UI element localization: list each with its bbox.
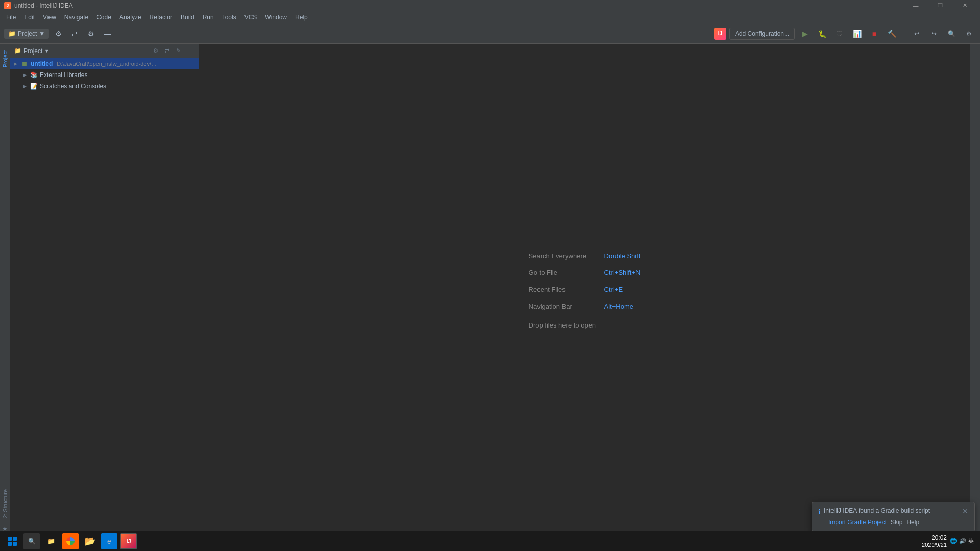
search-everywhere-icon[interactable]: 🔍: [944, 27, 959, 41]
hint-search-everywhere: Search Everywhere Double Shift: [529, 252, 641, 260]
network-icon[interactable]: 🌐: [950, 538, 957, 544]
expand-arrow-libs: ▶: [21, 72, 28, 78]
structure-tab-vertical[interactable]: 2: Structure: [1, 485, 9, 522]
menu-help[interactable]: Help: [291, 11, 312, 23]
sync-files-button[interactable]: ⚙: [151, 46, 161, 56]
project-panel: 📁 Project ▼ ⚙ ⇄ ✎ — ▶ ◼ untitled D:\Java…: [10, 44, 199, 537]
taskbar-time: 20:02: [932, 534, 947, 541]
gradle-actions: Import Gradle Project Skip Help: [818, 519, 968, 526]
settings-icon[interactable]: ⚙: [84, 27, 98, 41]
expand-icon[interactable]: ⇄: [67, 27, 82, 41]
taskbar-chrome-icon[interactable]: [62, 533, 79, 549]
toolbar-right: IJ Add Configuration... ▶ 🐛 🛡 📊 ■ 🔨 ↩ ↪ …: [714, 27, 976, 41]
title-bar: J untitled - IntelliJ IDEA — ❐ ✕: [0, 0, 980, 11]
gradle-notification-header: ℹ IntelliJ IDEA found a Gradle build scr…: [818, 507, 968, 516]
profile-button[interactable]: 📊: [850, 27, 864, 41]
project-panel-label: Project: [23, 47, 42, 55]
taskbar-file-explorer-icon[interactable]: 📁: [43, 533, 59, 549]
collapse-all-button[interactable]: ⇄: [162, 46, 172, 56]
toolbar: 📁 Project ▼ ⚙ ⇄ ⚙ — IJ Add Configuration…: [0, 23, 980, 44]
menu-run[interactable]: Run: [199, 11, 218, 23]
hint-recent-files: Recent Files Ctrl+E: [529, 286, 641, 293]
tree-item-external-libs[interactable]: ▶ 📚 External Libraries: [10, 69, 199, 81]
run-button[interactable]: ▶: [798, 27, 812, 41]
tree-item-root[interactable]: ▶ ◼ untitled D:\JavaCraft\open_nsfw_andr…: [10, 58, 199, 69]
project-label: Project: [18, 30, 37, 37]
start-button[interactable]: [4, 533, 20, 549]
menu-file[interactable]: File: [2, 11, 20, 23]
run-with-coverage-button[interactable]: 🛡: [832, 27, 847, 41]
window-title: untitled - IntelliJ IDEA: [14, 2, 73, 9]
menu-window[interactable]: Window: [261, 11, 291, 23]
redo-button[interactable]: ↪: [927, 27, 941, 41]
import-gradle-button[interactable]: Import Gradle Project: [828, 519, 887, 526]
system-tray: 🌐 🔊 英: [950, 537, 974, 545]
gradle-message-text: IntelliJ IDEA found a Gradle build scrip…: [824, 507, 930, 514]
menu-tools[interactable]: Tools: [218, 11, 240, 23]
left-sidebar-tabs: Project 2: Structure ★: [0, 44, 10, 537]
menu-edit[interactable]: Edit: [20, 11, 39, 23]
tree-item-scratches[interactable]: ▶ 📝 Scratches and Consoles: [10, 81, 199, 92]
title-bar-left: J untitled - IntelliJ IDEA: [4, 2, 73, 9]
info-icon: ℹ: [818, 508, 821, 516]
gradle-message: ℹ IntelliJ IDEA found a Gradle build scr…: [818, 507, 930, 516]
settings-toolbar-icon[interactable]: ⚙: [962, 27, 976, 41]
hint-label-recent: Recent Files: [529, 286, 600, 293]
project-tree[interactable]: ▶ ◼ untitled D:\JavaCraft\open_nsfw_andr…: [10, 58, 199, 533]
taskbar-clock: 20:02 2020/9/21: [922, 534, 947, 548]
left-sidebar-bottom: 2: Structure ★: [0, 485, 10, 535]
separator: [904, 28, 904, 40]
expand-arrow-scratches: ▶: [21, 83, 28, 89]
hint-goto-file: Go to File Ctrl+Shift+N: [529, 269, 641, 277]
windows-taskbar: 🔍 📁 📂 e IJ 20:02 2020/9/21 🌐 🔊 英: [0, 531, 980, 551]
gradle-notification: ℹ IntelliJ IDEA found a Gradle build scr…: [812, 502, 975, 532]
minimize-button[interactable]: —: [904, 0, 927, 11]
hint-shortcut-nav: Alt+Home: [604, 303, 633, 310]
scratches-icon: 📝: [30, 82, 38, 90]
taskbar-edge-icon[interactable]: e: [101, 533, 117, 549]
menu-navigate[interactable]: Navigate: [60, 11, 92, 23]
hint-shortcut-recent: Ctrl+E: [604, 286, 623, 293]
taskbar-folder-icon[interactable]: 📂: [82, 533, 98, 549]
menu-bar: File Edit View Navigate Code Analyze Ref…: [0, 11, 980, 23]
external-libs-label: External Libraries: [40, 71, 87, 79]
close-panel-icon[interactable]: —: [100, 27, 114, 41]
stop-button[interactable]: ■: [867, 27, 881, 41]
hint-label-nav: Navigation Bar: [529, 303, 600, 310]
close-button[interactable]: ✕: [953, 0, 976, 11]
external-libs-icon: 📚: [30, 71, 38, 79]
menu-refactor[interactable]: Refactor: [145, 11, 177, 23]
project-panel-header: 📁 Project ▼ ⚙ ⇄ ✎ —: [10, 44, 199, 58]
menu-analyze[interactable]: Analyze: [115, 11, 145, 23]
maximize-button[interactable]: ❐: [929, 0, 951, 11]
project-dropdown[interactable]: 📁 Project ▼: [4, 29, 49, 39]
root-project-name: untitled: [31, 60, 53, 67]
main-layout: Project 2: Structure ★ 📁 Project ▼ ⚙ ⇄ ✎…: [0, 44, 980, 537]
app-icon: J: [4, 2, 11, 9]
menu-code[interactable]: Code: [92, 11, 115, 23]
help-button[interactable]: Help: [906, 519, 919, 526]
volume-icon[interactable]: 🔊: [959, 538, 966, 544]
settings-panel-button[interactable]: ✎: [173, 46, 183, 56]
folder-icon: 📁: [8, 30, 16, 37]
menu-view[interactable]: View: [39, 11, 60, 23]
undo-button[interactable]: ↩: [910, 27, 924, 41]
skip-button[interactable]: Skip: [891, 519, 902, 526]
right-sidebar: [970, 44, 980, 537]
project-module-icon: ◼: [20, 60, 29, 68]
menu-build[interactable]: Build: [177, 11, 199, 23]
menu-vcs[interactable]: VCS: [240, 11, 261, 23]
taskbar-intellij-icon[interactable]: IJ: [120, 533, 137, 549]
sync-icon[interactable]: ⚙: [51, 27, 65, 41]
taskbar-search[interactable]: 🔍: [23, 533, 40, 549]
add-configuration-button[interactable]: Add Configuration...: [729, 28, 795, 40]
hint-nav-bar: Navigation Bar Alt+Home: [529, 303, 641, 310]
folder-small-icon: 📁: [14, 47, 21, 54]
debug-button[interactable]: 🐛: [815, 27, 829, 41]
close-panel-button[interactable]: —: [184, 46, 194, 56]
editor-area: Search Everywhere Double Shift Go to Fil…: [199, 44, 970, 537]
hint-label-search: Search Everywhere: [529, 252, 600, 260]
project-tab-vertical[interactable]: Project: [1, 46, 9, 71]
build-button[interactable]: 🔨: [885, 27, 899, 41]
gradle-close-button[interactable]: ✕: [962, 507, 968, 515]
